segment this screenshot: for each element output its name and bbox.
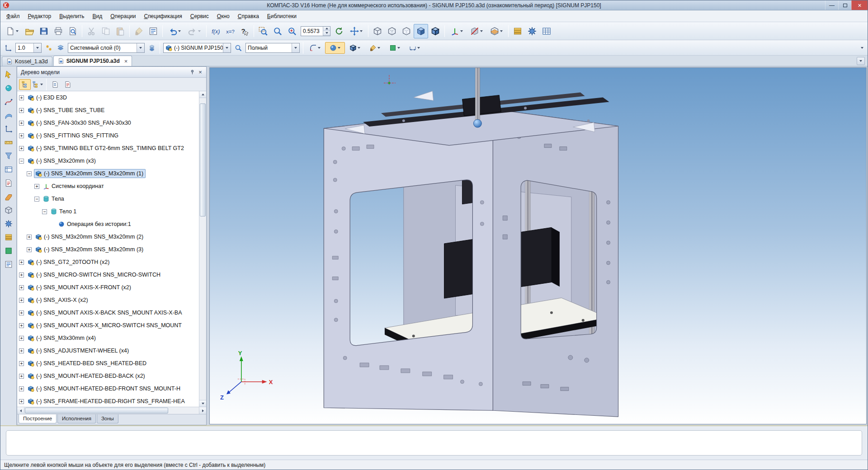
hide-objects-button[interactable] <box>467 24 486 38</box>
hidden-lines-mode-button[interactable] <box>385 24 399 38</box>
tree-item[interactable]: −Тело 1 <box>17 205 199 218</box>
expand-toggle[interactable]: + <box>19 121 24 126</box>
close-button[interactable]: × <box>851 0 868 10</box>
tree-item[interactable]: +(-) SNS_FRAME-HEATED-BED-RIGHT SNS_FRAM… <box>17 395 199 407</box>
print-preview-button[interactable] <box>66 24 80 38</box>
property-bar-content[interactable] <box>6 430 862 456</box>
context-help-button[interactable] <box>237 24 252 38</box>
current-layer-dropdown[interactable] <box>137 43 144 52</box>
detail-level[interactable]: Полный <box>245 43 300 53</box>
expand-toggle[interactable]: + <box>34 184 39 189</box>
current-step[interactable]: 1.0 <box>15 43 42 53</box>
expand-toggle[interactable]: + <box>19 108 24 113</box>
current-zoom-spinner[interactable] <box>323 27 330 36</box>
expand-toggle[interactable]: + <box>19 273 24 277</box>
conditional-display-button[interactable] <box>2 204 15 216</box>
local-csys-button[interactable] <box>2 42 14 54</box>
hscroll-track[interactable] <box>24 407 199 414</box>
hidden-lines-thin-mode-button[interactable] <box>399 24 414 38</box>
tree-item[interactable]: +(-) SNS_AXIS-X (x2) <box>17 294 199 306</box>
expand-toggle[interactable]: + <box>19 133 24 138</box>
layer-manager-button[interactable] <box>146 42 158 54</box>
applications-panel-button[interactable] <box>2 217 15 230</box>
additional-tree-window-button[interactable] <box>49 79 61 90</box>
menu-Вид[interactable]: Вид <box>89 11 107 22</box>
tree-item[interactable]: +(-) SNS_MOUNT AXIS-X-FRONT (x2) <box>17 281 199 294</box>
tree-item[interactable]: +(-) SNS_FAN-30x30 SNS_FAN-30x30 <box>17 117 199 129</box>
scroll-thumb[interactable] <box>200 103 206 216</box>
tree-item[interactable]: +(-) SNS_TUBE SNS_TUBE <box>17 104 199 117</box>
expand-toggle[interactable]: + <box>19 323 24 328</box>
filters-button[interactable] <box>2 150 15 162</box>
spin-down-button[interactable] <box>323 31 330 36</box>
expand-toggle[interactable]: + <box>19 386 24 391</box>
expand-toggle[interactable]: + <box>19 374 24 379</box>
dimension-style-button[interactable] <box>405 42 425 54</box>
expand-toggle[interactable]: + <box>27 247 32 252</box>
relations-report-button[interactable] <box>62 79 74 90</box>
library-panel-button[interactable] <box>2 231 15 244</box>
open-document-button[interactable] <box>22 24 37 38</box>
menu-Спецификация[interactable]: Спецификация <box>140 11 186 22</box>
scroll-right-button[interactable] <box>199 407 206 414</box>
reports-button[interactable] <box>2 177 15 189</box>
tree-item[interactable]: +(-) SNS_MOUNT AXIS-X-BACK SNS_MOUNT AXI… <box>17 306 199 319</box>
spin-up-button[interactable] <box>323 27 330 31</box>
hscroll-thumb[interactable] <box>25 408 168 414</box>
tree-tab-Построение[interactable]: Построение <box>19 414 57 423</box>
spatial-curves-button[interactable] <box>2 95 15 108</box>
collapse-toggle[interactable]: − <box>27 171 32 176</box>
sheet-metal-button[interactable] <box>2 190 15 203</box>
section-display-button[interactable] <box>486 24 506 38</box>
applications-button[interactable] <box>525 24 539 38</box>
close-panel-button[interactable]: × <box>196 68 204 76</box>
element-properties-button[interactable] <box>2 258 15 271</box>
tree-item[interactable]: +(-) SNS_MOUNT AXIS-X_MICRO-SWITCH SNS_M… <box>17 319 199 332</box>
libraries-button[interactable] <box>510 24 525 38</box>
refresh-image-button[interactable] <box>332 24 346 38</box>
expand-toggle[interactable]: + <box>19 399 24 404</box>
minimize-button[interactable]: — <box>825 0 838 10</box>
current-layer[interactable]: Системный слой (0) <box>68 43 145 53</box>
shading-settings-button[interactable] <box>325 42 345 54</box>
tree-vertical-scrollbar[interactable] <box>199 91 206 407</box>
menu-Операции[interactable]: Операции <box>106 11 140 22</box>
collapse-toggle[interactable]: − <box>19 159 24 164</box>
expand-toggle[interactable]: + <box>19 285 24 290</box>
tree-composition-button[interactable] <box>32 79 43 90</box>
scroll-left-button[interactable] <box>17 407 24 414</box>
expand-toggle[interactable]: + <box>19 95 24 100</box>
current-step-dropdown[interactable] <box>33 43 41 52</box>
menu-Справка[interactable]: Справка <box>234 11 263 22</box>
titlebar[interactable]: КОМПАС-3D V16 Home (Не для коммерческого… <box>0 0 868 10</box>
expand-toggle[interactable]: + <box>19 146 24 151</box>
spreadsheet-button[interactable] <box>539 24 554 38</box>
wireframe-mode-button[interactable] <box>370 24 385 38</box>
tree-item[interactable]: +(-) SNS_HEATED-BED SNS_HEATED-BED <box>17 357 199 370</box>
print-button[interactable] <box>51 24 66 38</box>
tree-item[interactable]: +(-) SNS_TIMING BELT GT2-6mm SNS_TIMING … <box>17 142 199 155</box>
tree-item[interactable]: −(-) SNS_M3x20mm SNS_M3x20mm (1) <box>17 167 199 180</box>
tree-tab-Исполнения[interactable]: Исполнения <box>57 414 96 423</box>
pin-panel-button[interactable] <box>188 68 196 76</box>
spatial-geometry-button[interactable] <box>2 82 15 94</box>
expand-toggle[interactable]: + <box>19 298 24 303</box>
collapse-toggle[interactable]: − <box>42 209 47 214</box>
structure-view-button[interactable] <box>19 79 31 90</box>
tree-item[interactable]: +(-) SNS_FITTING SNS_FITTING <box>17 129 199 142</box>
tree-item[interactable]: +(-) SNS_GT2_20TOOTH (x2) <box>17 256 199 268</box>
menu-Окно[interactable]: Окно <box>213 11 234 22</box>
scroll-up-button[interactable] <box>199 91 206 98</box>
tab-close-button[interactable]: × <box>124 58 128 65</box>
measurements-3d-button[interactable] <box>2 136 15 149</box>
tree-item[interactable]: +(-) E3D E3D <box>17 91 199 104</box>
current-zoom[interactable]: 0.5573 <box>301 26 330 36</box>
scroll-track[interactable] <box>199 98 206 400</box>
printer-model[interactable] <box>324 68 618 417</box>
menu-Редактор[interactable]: Редактор <box>24 11 56 22</box>
tab-list-button[interactable] <box>857 57 865 65</box>
tree-item[interactable]: +(-) SNS_M3x20mm SNS_M3x20mm (2) <box>17 230 199 243</box>
menu-Сервис[interactable]: Сервис <box>186 11 213 22</box>
redo-button[interactable] <box>184 24 204 38</box>
display-settings-button[interactable] <box>345 42 365 54</box>
